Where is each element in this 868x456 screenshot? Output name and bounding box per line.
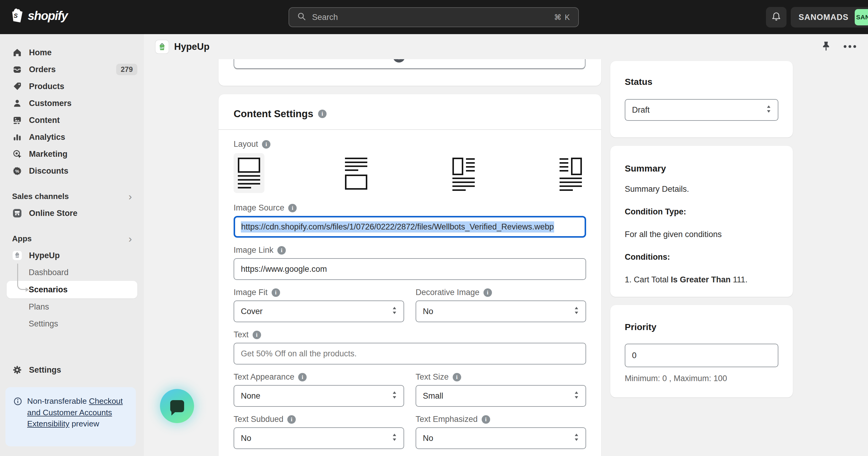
condition-type-value: For all the given conditions [625, 230, 778, 239]
text-emphasized-select[interactable]: No [415, 427, 586, 449]
add-condition-button[interactable]: Add [234, 59, 586, 69]
priority-card: Priority Minimum: 0 , Maximum: 100 [610, 305, 793, 397]
storefront-icon [12, 208, 22, 218]
divider [218, 129, 601, 130]
info-icon[interactable] [453, 373, 461, 381]
search-input[interactable]: Search ⌘ K [288, 7, 579, 27]
select-arrows-icon [392, 432, 398, 444]
sidebar-item-products[interactable]: Products [0, 78, 144, 95]
text-subdued-select[interactable]: No [234, 427, 404, 449]
text-label: Text [234, 330, 586, 339]
info-icon[interactable] [287, 415, 296, 424]
status-card: Status Draft [610, 61, 793, 137]
conditions-card: Add [218, 59, 601, 86]
info-icon[interactable] [318, 110, 327, 118]
image-link-input[interactable] [234, 258, 586, 280]
discount-badge-icon: % [12, 166, 22, 176]
sidebar-section-apps[interactable]: Apps › [0, 230, 144, 247]
image-link-label: Image Link [234, 246, 586, 255]
sidebar-item-hypeup-app[interactable]: UP HypeUp [0, 247, 144, 264]
priority-input[interactable] [625, 344, 778, 367]
summary-title: Summary [625, 163, 778, 174]
condition-item: 1. Cart Total Is Greater Than 111. [625, 275, 778, 284]
sidebar-item-app-settings[interactable]: Settings [0, 315, 144, 332]
summary-card: Summary Summary Details. Condition Type:… [610, 146, 793, 297]
sidebar-item-discounts[interactable]: % Discounts [0, 163, 144, 179]
notice-text: Non-transferable Checkout and Customer A… [27, 396, 128, 438]
hypeup-app-icon: UP [155, 40, 169, 53]
account-menu[interactable]: SANOMADS SAN [791, 7, 868, 27]
sidebar-item-online-store[interactable]: Online Store [0, 205, 144, 222]
status-select[interactable]: Draft [625, 99, 778, 121]
more-options-icon[interactable] [843, 44, 857, 50]
select-arrows-icon [392, 390, 398, 402]
priority-title: Priority [625, 322, 778, 332]
layout-option-image-bottom[interactable] [341, 153, 372, 194]
info-icon[interactable] [288, 204, 297, 212]
search-placeholder: Search [312, 13, 548, 22]
image-fit-label: Image Fit [234, 288, 404, 297]
image-fit-select[interactable]: Cover [234, 301, 404, 322]
image-source-input[interactable]: https://cdn.shopify.com/s/files/1/0726/0… [234, 216, 586, 238]
page-title: HypeUp [174, 41, 210, 52]
text-input[interactable] [234, 343, 586, 365]
content-scroll-area[interactable]: Add Content Settings Layout [144, 59, 868, 456]
summary-details: Summary Details. [625, 184, 778, 194]
svg-text:S: S [13, 12, 18, 19]
layout-image-left-icon [453, 158, 475, 191]
select-arrows-icon [766, 104, 772, 116]
decorative-image-select[interactable]: No [415, 301, 586, 322]
select-arrows-icon [574, 432, 580, 444]
sidebar-item-analytics[interactable]: Analytics [0, 129, 144, 146]
layout-image-bottom-icon [345, 158, 367, 190]
info-icon[interactable] [298, 373, 307, 381]
layout-option-image-right[interactable] [555, 153, 586, 195]
text-appearance-select[interactable]: None [234, 385, 404, 407]
info-outline-icon [13, 396, 22, 438]
svg-text:UP: UP [160, 46, 164, 49]
chevron-right-icon: › [129, 191, 132, 201]
shopify-logo-text: shopify [28, 9, 68, 23]
search-shortcut: ⌘ K [554, 13, 570, 22]
sidebar-item-settings[interactable]: Settings [0, 362, 144, 378]
sidebar-item-orders[interactable]: Orders 279 [0, 61, 144, 78]
text-size-select[interactable]: Small [415, 385, 586, 407]
sidebar-section-sales-channels[interactable]: Sales channels › [0, 188, 144, 205]
select-arrows-icon [574, 390, 580, 402]
hypeup-app-icon: UP [12, 250, 22, 261]
info-icon[interactable] [277, 246, 286, 255]
sidebar-item-customers[interactable]: Customers [0, 95, 144, 112]
sidebar-item-home[interactable]: Home [0, 44, 144, 61]
preview-notice: Non-transferable Checkout and Customer A… [5, 387, 136, 446]
notifications-button[interactable] [766, 7, 786, 27]
conditions-label: Conditions: [625, 253, 778, 262]
shopify-admin-page: S shopify Search ⌘ K SANOMADS SAN Home [0, 0, 868, 456]
layout-label: Layout [234, 140, 586, 149]
plus-circle-icon [393, 59, 405, 62]
shopify-logo[interactable]: S shopify [11, 8, 68, 24]
layout-option-image-left[interactable] [448, 153, 479, 195]
pin-icon[interactable] [821, 41, 831, 53]
topbar: S shopify Search ⌘ K SANOMADS SAN [0, 0, 868, 34]
orders-icon [12, 65, 22, 74]
sidebar-item-content[interactable]: Content [0, 112, 144, 129]
info-icon[interactable] [262, 140, 271, 149]
home-icon [12, 48, 22, 57]
content-settings-card: Content Settings Layout [218, 94, 601, 456]
info-icon[interactable] [484, 288, 492, 297]
layout-option-image-top[interactable] [234, 153, 265, 193]
sidebar-item-plans[interactable]: Plans [0, 298, 144, 315]
sidebar-item-marketing[interactable]: Marketing [0, 146, 144, 163]
svg-text:UP: UP [16, 255, 19, 258]
info-icon[interactable] [482, 415, 490, 424]
status-title: Status [625, 77, 778, 87]
info-icon[interactable] [253, 331, 261, 339]
info-icon[interactable] [272, 288, 280, 297]
chat-widget-button[interactable] [160, 389, 194, 423]
layout-options [234, 153, 586, 195]
svg-text:%: % [15, 169, 19, 174]
gear-icon [12, 365, 22, 375]
layout-image-top-icon [238, 158, 260, 189]
text-emphasized-label: Text Emphasized [415, 415, 586, 424]
select-arrows-icon [392, 306, 398, 317]
